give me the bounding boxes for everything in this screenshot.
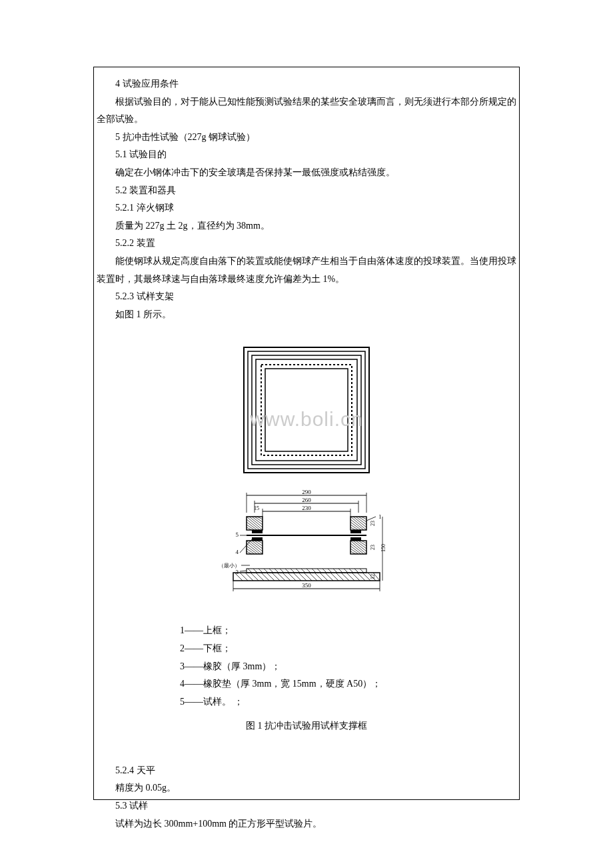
top-view-diagram [97, 343, 516, 477]
ref-5: 5 [236, 531, 239, 538]
svg-rect-2 [252, 355, 361, 465]
section-5-2-4-title: 5.2.4 天平 [97, 762, 516, 780]
legend-5: 5——试样。 ； [180, 693, 433, 711]
dim-23a: 23 [370, 521, 376, 526]
ref-1: 1 [378, 513, 382, 520]
section-5-3-title: 5.3 试样 [97, 797, 516, 815]
svg-rect-4 [261, 365, 352, 455]
figure-caption: 图 1 抗冲击试验用试样支撑框 [97, 717, 516, 735]
section-4-title: 4 试验应用条件 [97, 75, 516, 93]
section-5-2-title: 5.2 装置和器具 [97, 182, 516, 200]
dim-260: 260 [302, 497, 311, 503]
dim-15: 15 [254, 505, 259, 511]
section-5-2-4-body: 精度为 0.05g。 [97, 779, 516, 797]
section-5-2-2-body: 能使钢球从规定高度自由落下的装置或能使钢球产生相当于自由落体速度的投球装置。当使… [97, 253, 516, 288]
svg-rect-3 [256, 359, 357, 461]
dim-150: 150 [380, 544, 386, 552]
section-view-diagram: 290 260 230 15 1 [97, 489, 516, 609]
dim-290: 290 [302, 489, 311, 495]
section-5-1-body: 确定在小钢体冲击下的安全玻璃是否保持某一最低强度或粘结强度。 [97, 164, 516, 182]
svg-rect-5 [265, 369, 348, 451]
svg-rect-30 [233, 573, 380, 581]
section-5-2-1-title: 5.2.1 淬火钢球 [97, 199, 516, 217]
legend-1: 1——上框； [180, 622, 433, 640]
dim-350: 350 [302, 582, 311, 589]
dim-12: 12 [370, 574, 376, 579]
section-5-2-3-body: 如图 1 所示。 [97, 306, 516, 324]
svg-line-29 [240, 571, 247, 571]
section-5-1-title: 5.1 试验目的 [97, 146, 516, 164]
section-5-2-2-title: 5.2.2 装置 [97, 235, 516, 253]
svg-rect-18 [252, 530, 263, 533]
svg-rect-19 [350, 530, 361, 533]
dim-230: 230 [302, 505, 311, 511]
figure-legend: 1——上框； 2——下框； 3——橡胶（厚 3mm）； 4——橡胶垫（厚 3mm… [180, 622, 433, 711]
section-5-title: 5 抗冲击性试验（227g 钢球试验） [97, 129, 516, 147]
legend-3: 3——橡胶（厚 3mm）； [180, 658, 433, 676]
svg-rect-0 [244, 347, 369, 473]
dim-23b: 23 [370, 545, 376, 550]
figure-1: www.boli.cn 290 260 [97, 343, 516, 735]
section-4-body: 根据试验目的，对于能从已知性能预测试验结果的某些安全玻璃而言，则无须进行本部分所… [97, 93, 516, 129]
legend-4: 4——橡胶垫（厚 3mm，宽 15mm，硬度 A50）； [180, 675, 433, 693]
legend-2: 2——下框； [180, 640, 433, 658]
dim-min10: 10（最小） [220, 563, 240, 569]
ref-4: 4 [236, 549, 239, 555]
section-5-2-3-title: 5.2.3 试样支架 [97, 288, 516, 306]
svg-line-17 [366, 517, 376, 521]
page-border: 4 试验应用条件 根据试验目的，对于能从已知性能预测试验结果的某些安全玻璃而言，… [93, 67, 520, 800]
section-5-3-body: 试样为边长 300mm+100mm 的正方形平型试验片。 [97, 815, 516, 833]
section-5-2-1-body: 质量为 227g 土 2g，直径约为 38mm。 [97, 217, 516, 235]
